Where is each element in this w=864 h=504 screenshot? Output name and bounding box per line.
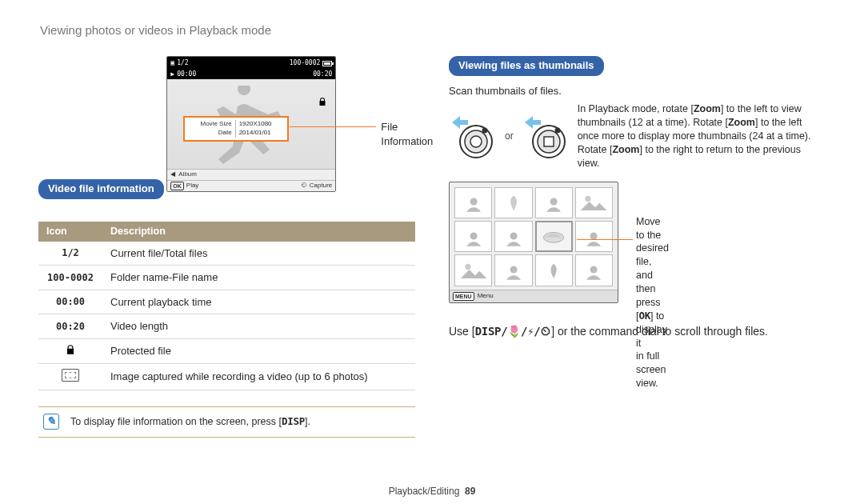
playback-time: 00:00 (177, 70, 196, 79)
thumb-cell-selected (535, 221, 573, 252)
section-heading-right: Viewing files as thumbnails (449, 56, 604, 76)
svg-point-7 (554, 127, 560, 133)
video-length: 00:20 (313, 70, 332, 79)
menu-label: Menu (478, 292, 494, 301)
movie-icon: ▣ (170, 59, 174, 68)
svg-point-15 (465, 264, 470, 270)
thumb-cell (454, 254, 492, 286)
table-row: 00:20Video length (38, 314, 415, 339)
callout-connector (577, 239, 633, 240)
thumb-cell (494, 221, 532, 252)
zoom-dial-left (449, 113, 497, 161)
thumb-cell (494, 187, 532, 218)
subtitle: Scan thumbnails of files. (449, 84, 826, 98)
callout-connector (290, 126, 376, 127)
svg-point-9 (550, 198, 558, 206)
thumb-cell (494, 254, 532, 286)
file-counter: 1/2 (177, 59, 188, 68)
battery-icon (322, 61, 332, 66)
thumb-cell (575, 221, 613, 252)
ok-badge: OK (170, 182, 184, 190)
play-icon: ▶ (170, 70, 174, 79)
lock-icon (318, 97, 327, 110)
thumbnail-lcd-mock: MENU Menu (449, 182, 618, 303)
play-label: Play (186, 182, 199, 190)
file-code: 100-0002 (290, 59, 321, 68)
svg-point-17 (590, 266, 598, 274)
svg-point-11 (470, 232, 477, 239)
thumb-cell (454, 221, 492, 252)
svg-rect-6 (544, 137, 554, 146)
note-icon: ✎ (43, 414, 59, 430)
thumb-cell (575, 187, 613, 218)
col-icon: Icon (38, 222, 102, 242)
col-description: Description (102, 222, 415, 242)
left-arrow-icon: ◀ (170, 170, 175, 179)
table-row: Image captured while recording a video (… (38, 364, 415, 390)
svg-point-12 (510, 232, 517, 239)
thumb-cell (575, 254, 613, 286)
thumb-cell (535, 254, 573, 286)
icon-description-table: Icon Description 1/2Current file/Total f… (38, 222, 415, 390)
menu-badge: MENU (453, 292, 474, 301)
svg-point-8 (470, 198, 477, 206)
album-label: Album (178, 170, 197, 179)
disp-key: DISP (282, 415, 305, 427)
note-block: ✎ To display file information on the scr… (38, 406, 415, 438)
table-row: 1/2Current file/Total files (38, 242, 415, 266)
captured-image-icon (62, 369, 79, 382)
thumb-cell (535, 187, 573, 218)
capture-label: Capture (310, 182, 332, 190)
zoom-dial-left-2 (522, 113, 570, 161)
callout-file-information: File Information (381, 120, 433, 148)
or-label: or (505, 130, 514, 142)
page-footer: Playback/Editing 89 (0, 485, 864, 498)
table-row: Protected file (38, 338, 415, 363)
svg-point-3 (482, 127, 488, 133)
section-heading-left: Video file information (38, 179, 164, 199)
zoom-instructions: In Playback mode, rotate [Zoom] to the l… (578, 102, 826, 170)
svg-point-16 (510, 266, 517, 274)
table-row: 00:00Current playback time (38, 290, 415, 314)
lock-icon (65, 346, 76, 358)
svg-point-10 (586, 196, 591, 202)
svg-point-2 (470, 136, 482, 147)
callout-thumbnail: Move to the desired file, and then press… (636, 215, 669, 390)
table-row: 100-0002Folder name-File name (38, 266, 415, 290)
page-title: Viewing photos or videos in Playback mod… (40, 22, 826, 38)
file-info-overlay: Movie Size 1920X1080 Date 2014/01/01 (183, 116, 289, 142)
timer-icon: ⏲ (301, 182, 307, 190)
video-lcd-mock: ▣ 1/2 100-0002 ▶ 00:00 00:20 (166, 56, 336, 192)
thumb-cell (454, 187, 492, 218)
